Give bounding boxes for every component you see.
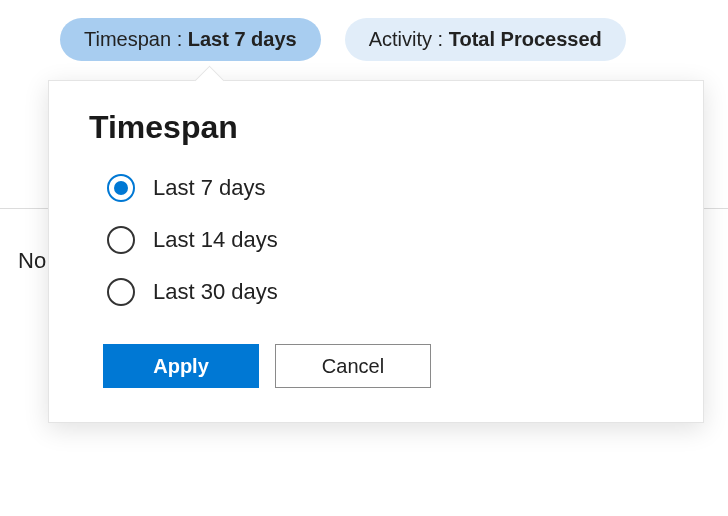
filter-pill-timespan-label: Timespan :: [84, 28, 188, 50]
radio-label: Last 14 days: [153, 227, 278, 253]
apply-button[interactable]: Apply: [103, 344, 259, 388]
radio-option-last-14-days[interactable]: Last 14 days: [107, 226, 663, 254]
filter-bar: Timespan : Last 7 days Activity : Total …: [0, 0, 728, 61]
filter-pill-timespan[interactable]: Timespan : Last 7 days: [60, 18, 321, 61]
radio-label: Last 7 days: [153, 175, 266, 201]
filter-pill-activity[interactable]: Activity : Total Processed: [345, 18, 626, 61]
timespan-popover: Timespan Last 7 days Last 14 days Last 3…: [48, 80, 704, 423]
cancel-button[interactable]: Cancel: [275, 344, 431, 388]
button-row: Apply Cancel: [103, 344, 663, 388]
radio-group-timespan: Last 7 days Last 14 days Last 30 days: [107, 174, 663, 306]
filter-pill-timespan-value: Last 7 days: [188, 28, 297, 50]
radio-inner-dot-icon: [114, 181, 128, 195]
radio-icon: [107, 174, 135, 202]
radio-option-last-30-days[interactable]: Last 30 days: [107, 278, 663, 306]
radio-icon: [107, 278, 135, 306]
popover-title: Timespan: [89, 109, 663, 146]
filter-pill-activity-value: Total Processed: [449, 28, 602, 50]
filter-pill-activity-label: Activity :: [369, 28, 449, 50]
radio-label: Last 30 days: [153, 279, 278, 305]
radio-option-last-7-days[interactable]: Last 7 days: [107, 174, 663, 202]
background-text: No: [18, 248, 46, 274]
radio-icon: [107, 226, 135, 254]
